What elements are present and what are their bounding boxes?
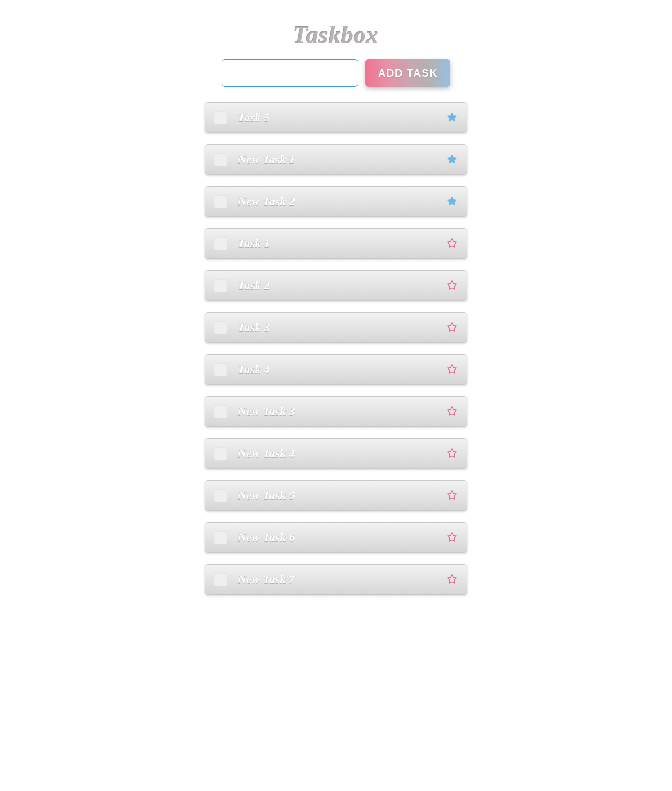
star-outline-icon[interactable]	[446, 321, 458, 334]
add-task-button[interactable]: ADD TASK	[365, 59, 450, 87]
task-title: New Task 4	[238, 447, 446, 460]
task-row[interactable]: Task 2	[205, 270, 467, 301]
task-checkbox[interactable]	[214, 573, 227, 586]
star-outline-icon[interactable]	[446, 363, 458, 376]
task-row[interactable]: Task 5	[205, 102, 467, 133]
task-checkbox[interactable]	[214, 279, 227, 292]
task-row[interactable]: New Task 6	[205, 522, 467, 553]
task-title: Task 4	[238, 363, 446, 376]
star-outline-icon[interactable]	[446, 489, 458, 502]
star-outline-icon[interactable]	[446, 405, 458, 418]
task-title: New Task 7	[238, 573, 446, 586]
star-filled-icon[interactable]	[446, 195, 458, 208]
star-filled-icon[interactable]	[446, 111, 458, 124]
task-list: Task 5New Task 1New Task 2Task 1Task 2Ta…	[200, 102, 472, 595]
star-outline-icon[interactable]	[446, 447, 458, 460]
task-checkbox[interactable]	[214, 531, 227, 544]
task-row[interactable]: Task 1	[205, 228, 467, 259]
star-outline-icon[interactable]	[446, 531, 458, 544]
task-checkbox[interactable]	[214, 489, 227, 502]
task-row[interactable]: New Task 3	[205, 396, 467, 427]
task-checkbox[interactable]	[214, 111, 227, 124]
star-outline-icon[interactable]	[446, 237, 458, 250]
task-row[interactable]: New Task 7	[205, 564, 467, 595]
task-checkbox[interactable]	[214, 405, 227, 418]
task-title: New Task 6	[238, 531, 446, 544]
task-title: New Task 3	[238, 405, 446, 418]
star-filled-icon[interactable]	[446, 153, 458, 166]
new-task-input[interactable]	[222, 59, 358, 87]
task-checkbox[interactable]	[214, 195, 227, 208]
task-title: Task 5	[238, 111, 446, 124]
task-title: Task 2	[238, 279, 446, 292]
task-row[interactable]: New Task 2	[205, 186, 467, 217]
task-checkbox[interactable]	[214, 237, 227, 250]
task-title: New Task 1	[238, 153, 446, 166]
task-row[interactable]: New Task 1	[205, 144, 467, 175]
task-checkbox[interactable]	[214, 321, 227, 334]
task-row[interactable]: Task 4	[205, 354, 467, 385]
task-title: New Task 2	[238, 195, 446, 208]
task-title: New Task 5	[238, 489, 446, 502]
task-row[interactable]: New Task 4	[205, 438, 467, 469]
task-title: Task 1	[238, 237, 446, 250]
task-checkbox[interactable]	[214, 153, 227, 166]
star-outline-icon[interactable]	[446, 279, 458, 292]
task-row[interactable]: New Task 5	[205, 480, 467, 511]
add-task-row: ADD TASK	[200, 59, 472, 87]
app-title: Taskbox	[200, 21, 472, 49]
star-outline-icon[interactable]	[446, 573, 458, 586]
task-row[interactable]: Task 3	[205, 312, 467, 343]
app-container: Taskbox ADD TASK Task 5New Task 1New Tas…	[200, 21, 472, 595]
task-title: Task 3	[238, 321, 446, 334]
task-checkbox[interactable]	[214, 363, 227, 376]
task-checkbox[interactable]	[214, 447, 227, 460]
